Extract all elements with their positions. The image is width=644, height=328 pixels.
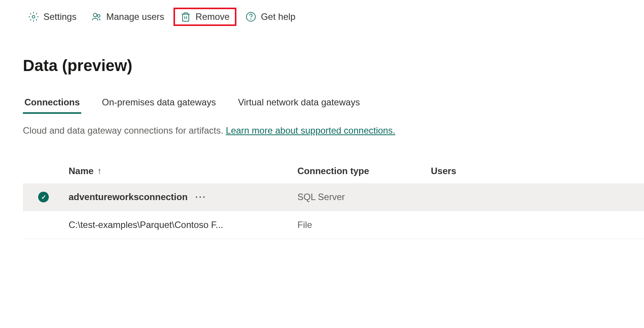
trash-icon [180, 11, 191, 22]
description-text: Cloud and data gateway connections for a… [23, 125, 226, 136]
connections-table: Name ↑ Connection type Users ✓ adventure… [0, 147, 644, 239]
get-help-label: Get help [261, 11, 296, 22]
tab-virtual-network[interactable]: Virtual network data gateways [236, 94, 361, 114]
row-selected-indicator: ✓ [34, 192, 69, 202]
table-row[interactable]: ✓ adventureworksconnection ··· SQL Serve… [23, 183, 644, 211]
tab-connections[interactable]: Connections [23, 94, 81, 114]
get-help-button[interactable]: Get help [240, 9, 301, 24]
tab-on-premises[interactable]: On-premises data gateways [100, 94, 217, 114]
remove-button[interactable]: Remove [173, 8, 236, 26]
page-title: Data (preview) [0, 34, 644, 86]
gear-icon [28, 11, 39, 22]
remove-label: Remove [196, 11, 230, 22]
more-options-icon[interactable]: ··· [195, 192, 206, 202]
settings-button[interactable]: Settings [23, 9, 82, 24]
manage-users-label: Manage users [106, 11, 164, 22]
users-icon [91, 11, 102, 22]
check-circle-icon: ✓ [38, 192, 49, 202]
svg-point-4 [251, 19, 251, 19]
check-mark-icon: ✓ [41, 194, 46, 201]
tabs-container: Connections On-premises data gateways Vi… [0, 86, 644, 114]
table-row[interactable]: C:\test-examples\Parquet\Contoso F... Fi… [23, 211, 644, 239]
column-header-users[interactable]: Users [431, 166, 507, 176]
settings-label: Settings [43, 11, 77, 22]
sort-arrow-icon: ↑ [97, 166, 101, 176]
svg-point-0 [32, 16, 35, 18]
help-icon [246, 11, 256, 22]
row-name: adventureworksconnection ··· [69, 192, 297, 202]
toolbar: Settings Manage users Remove Get help [0, 0, 644, 34]
table-header: Name ↑ Connection type Users [23, 159, 644, 183]
learn-more-link[interactable]: Learn more about supported connections. [226, 125, 395, 136]
svg-point-1 [93, 13, 97, 17]
manage-users-button[interactable]: Manage users [86, 9, 170, 24]
row-type: File [297, 220, 431, 230]
description: Cloud and data gateway connections for a… [0, 114, 644, 147]
row-name: C:\test-examples\Parquet\Contoso F... [69, 220, 297, 230]
row-type: SQL Server [297, 192, 431, 202]
column-header-name[interactable]: Name ↑ [69, 166, 297, 176]
column-header-type[interactable]: Connection type [297, 166, 431, 176]
svg-point-2 [97, 15, 100, 17]
